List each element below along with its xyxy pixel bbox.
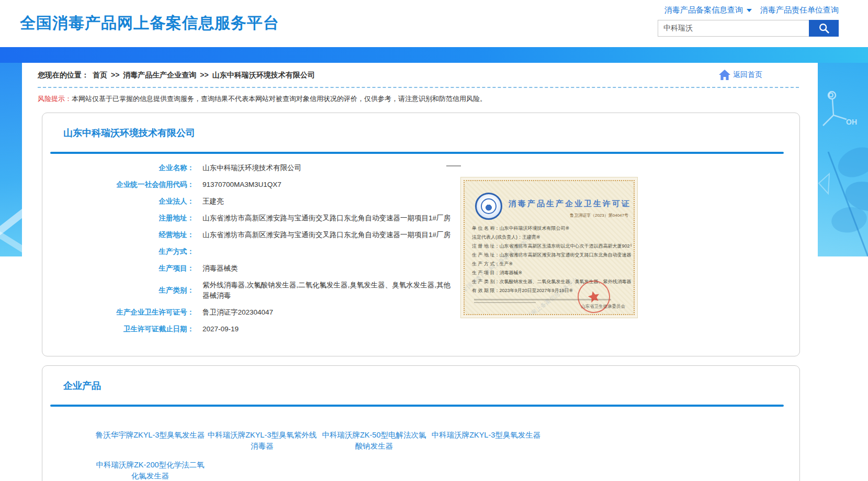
risk-notice: 风险提示：本网站仅基于已掌握的信息提供查询服务，查询结果不代表本网站对被查询对象… [38, 94, 487, 104]
field-row: 企业统一社会信用代码： 91370700MA3M3U1QX7 [42, 180, 799, 190]
dashed-divider [38, 87, 799, 88]
emblem-icon [475, 193, 502, 220]
product-link[interactable]: 鲁沃华宇牌ZKYL-3型臭氧发生器 [95, 430, 206, 452]
field-value: 王建亮 [202, 196, 224, 207]
product-link[interactable]: 中科瑞沃牌ZKYL-3型臭氧紫外线消毒器 [207, 430, 318, 452]
certificate-fields: 单 位 名 称：山东中科瑞沃环境技术有限公司※ 法定代表人(或负责人)：王建亮※… [472, 224, 632, 295]
field-value: 山东省潍坊市高新区潍安路与宝通街交叉路口东北角自动变速器一期项目1#厂房 [202, 213, 450, 223]
risk-notice-text: 本网站仅基于已掌握的信息提供查询服务，查询结果不代表本网站对被查询对象信用状况的… [72, 95, 487, 103]
field-label: 企业统一社会信用代码： [42, 180, 194, 190]
banner-strip [0, 47, 868, 63]
field-row: 经营地址： 山东省潍坊市高新区潍安路与宝通街交叉路口东北角自动变速器一期项目1#… [42, 230, 799, 240]
field-value: 91370700MA3M3U1QX7 [202, 180, 281, 190]
breadcrumb-category[interactable]: 消毒产品生产企业查询 [123, 71, 196, 80]
product-list: 鲁沃华宇牌ZKYL-3型臭氧发生器 中科瑞沃牌ZKYL-3型臭氧紫外线消毒器 中… [95, 430, 566, 481]
top-nav: 消毒产品备案信息查询 消毒产品责任单位查询 [664, 5, 839, 15]
field-row: 生产项目： 消毒器械类 [42, 263, 799, 274]
company-fields: 企业名称： 山东中科瑞沃环境技术有限公司 企业统一社会信用代码： 9137070… [42, 163, 799, 334]
field-label: 生产项目： [42, 263, 194, 274]
field-label: 生产方式： [42, 247, 194, 257]
field-label: 企业名称： [42, 163, 194, 173]
field-label: 生产企业卫生许可证号： [42, 307, 194, 318]
collapsed-image-dash [446, 165, 461, 166]
field-label: 经营地址： [42, 230, 194, 240]
breadcrumb: 您现在的位置： 首页 >> 消毒产品生产企业查询 >> 山东中科瑞沃环境技术有限… [38, 71, 319, 80]
field-value: 消毒器械类 [202, 263, 238, 274]
field-value: 鲁卫消证字202304047 [202, 307, 273, 318]
search-button[interactable] [809, 20, 839, 37]
company-title: 山东中科瑞沃环境技术有限公司 [63, 127, 799, 139]
field-row: 企业名称： 山东中科瑞沃环境技术有限公司 [42, 163, 799, 173]
breadcrumb-home[interactable]: 首页 [93, 71, 107, 80]
breadcrumb-separator: >> [200, 71, 208, 80]
breadcrumb-separator: >> [111, 71, 119, 80]
field-value: 山东中科瑞沃环境技术有限公司 [202, 163, 301, 173]
field-label: 注册地址： [42, 213, 194, 223]
nav-link-record-query[interactable]: 消毒产品备案信息查询 [664, 5, 752, 15]
certificate-number: 鲁卫消证字（2023）第04047号 [570, 212, 628, 218]
field-label: 卫生许可证截止日期： [42, 324, 194, 334]
title-underline [50, 152, 784, 154]
breadcrumb-prefix: 您现在的位置： [38, 71, 89, 80]
products-title: 企业产品 [63, 379, 799, 392]
background-right-decoration: OH O [818, 63, 868, 256]
field-row: 生产类别： 紫外线消毒器,次氯酸钠发生器,二氧化氯发生器,臭氧发生器、臭氧水发生… [42, 280, 799, 301]
product-link[interactable]: 中科瑞沃牌ZK-50型电解法次氯酸钠发生器 [319, 430, 430, 452]
svg-text:OH: OH [846, 118, 857, 126]
search-bar [658, 20, 839, 37]
field-label: 企业法人： [42, 196, 194, 207]
field-value: 山东省潍坊市高新区潍安路与宝通街交叉路口东北角自动变速器一期项目1#厂房 [202, 230, 450, 240]
company-card: 山东中科瑞沃环境技术有限公司 企业名称： 山东中科瑞沃环境技术有限公司 企业统一… [42, 113, 800, 356]
title-underline [50, 405, 784, 407]
risk-notice-label: 风险提示： [38, 95, 72, 103]
back-home-link[interactable]: 返回首页 [718, 69, 762, 81]
field-row: 生产企业卫生许可证号： 鲁卫消证字202304047 [42, 307, 799, 318]
site-title: 全国消毒产品网上备案信息服务平台 [20, 13, 279, 34]
background-left-decoration [0, 63, 22, 256]
field-value: 紫外线消毒器,次氯酸钠发生器,二氧化氯发生器,臭氧发生器、臭氧水发生器,其他器械… [202, 280, 451, 301]
search-input[interactable] [658, 20, 809, 37]
breadcrumb-current: 山东中科瑞沃环境技术有限公司 [212, 71, 315, 80]
products-card: 企业产品 鲁沃华宇牌ZKYL-3型臭氧发生器 中科瑞沃牌ZKYL-3型臭氧紫外线… [42, 365, 800, 481]
field-row: 注册地址： 山东省潍坊市高新区潍安路与宝通街交叉路口东北角自动变速器一期项目1#… [42, 213, 799, 223]
certificate-title: 消毒产品生产企业卫生许可证 [509, 199, 631, 209]
nav-link-unit-query[interactable]: 消毒产品责任单位查询 [760, 5, 839, 15]
chevron-down-icon [747, 9, 752, 15]
content-panel: 您现在的位置： 首页 >> 消毒产品生产企业查询 >> 山东中科瑞沃环境技术有限… [22, 63, 818, 481]
field-row: 企业法人： 王建亮 [42, 196, 799, 207]
search-icon [818, 23, 830, 34]
product-link[interactable]: 中科瑞沃牌ZK-200型化学法二氧化氯发生器 [95, 460, 206, 481]
field-row: 生产方式： [42, 247, 799, 257]
field-value: 2027-09-19 [202, 324, 239, 334]
molecule-flower-illustration: OH O [818, 63, 868, 256]
certificate-image: 全国消毒产品网上备案信息服务平台 全国消毒产品网上备案信息服务平台 消毒产品生产… [461, 177, 637, 318]
svg-text:O: O [828, 91, 833, 99]
field-row: 卫生许可证截止日期： 2027-09-19 [42, 324, 799, 334]
field-label: 生产类别： [42, 285, 194, 296]
home-icon [718, 69, 731, 81]
product-link[interactable]: 中科瑞沃牌ZKYL-3型臭氧发生器 [431, 430, 542, 452]
